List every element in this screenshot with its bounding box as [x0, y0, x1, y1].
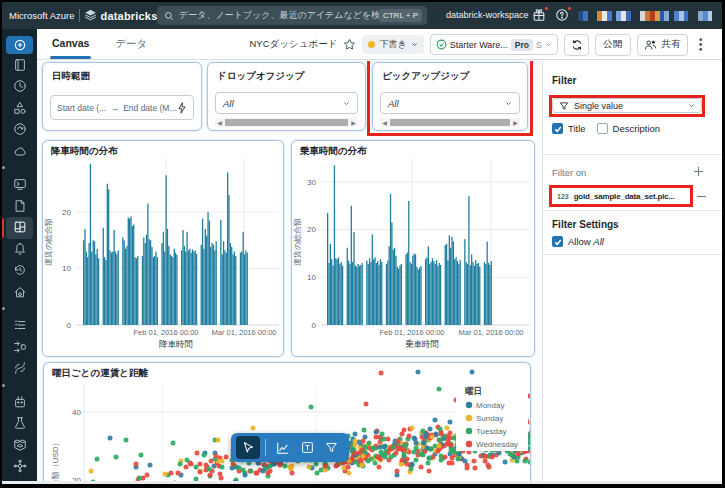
horizontal-scrollbar[interactable]: ◀▶	[215, 118, 358, 127]
chevron-down-icon	[411, 41, 418, 48]
sidebar-separator-dot	[2, 384, 5, 387]
sidebar-item-queries[interactable]	[2, 195, 37, 217]
widget-title: ピックアップジップ	[382, 70, 470, 83]
sidebar-item-models[interactable]	[2, 434, 37, 456]
filter-config-panel: Filter Single value Title Description	[542, 61, 722, 483]
pickup-zip-select[interactable]: All	[380, 92, 520, 114]
remove-field-button[interactable]	[696, 191, 707, 202]
svg-text:運賃の総合額（USD）: 運賃の総合額（USD）	[51, 438, 60, 483]
sidebar-item-recents[interactable]	[2, 76, 37, 98]
dashboards-icon	[13, 220, 27, 234]
widget-dropoff-zip[interactable]: ドロップオフジップ All ◀▶	[207, 62, 366, 131]
widget-chart-pickup-time[interactable]: 乗車時間の分布0102030Feb 01, 2016 00:00Mar 01, …	[291, 140, 535, 357]
filter-on-label: Filter on	[552, 167, 586, 178]
publish-button[interactable]: 公開	[595, 34, 631, 56]
end-date-field[interactable]: End date (M...	[123, 103, 176, 113]
description-checkbox[interactable]	[597, 123, 608, 134]
allow-all-checkbox[interactable]	[552, 236, 563, 247]
pro-badge: Pro	[511, 39, 533, 51]
select-value: Single value	[574, 101, 623, 111]
sidebar-item-experiments[interactable]	[2, 391, 37, 413]
widget-chart-fare-distance[interactable]: 曜日ごとの運賃と距離4020運賃の総合額（USD）曜日MondaySundayT…	[43, 362, 531, 483]
widget-title: 日時範囲	[52, 70, 90, 83]
add-filter-tool[interactable]	[320, 436, 344, 459]
svg-text:運賃の総合額: 運賃の総合額	[44, 218, 53, 266]
dashboard-canvas[interactable]: 日時範囲 Start date (... → End date (M... ドロ…	[37, 61, 542, 483]
pipelines-icon	[13, 361, 27, 375]
notification-dot	[544, 6, 549, 11]
select-cursor-tool[interactable]	[236, 436, 260, 459]
tab-data[interactable]: データ	[113, 29, 149, 60]
svg-text:曜日: 曜日	[465, 386, 482, 396]
dashboard-title[interactable]: NYCダッシュボード	[250, 38, 338, 51]
scroll-left-arrow[interactable]: ◀	[380, 118, 389, 127]
favorite-star-icon[interactable]	[343, 38, 356, 51]
active-tab-underline	[50, 56, 91, 59]
quick-range-bolt-icon[interactable]	[177, 102, 187, 114]
main-area: Canvas データ NYCダッシュボード 下書き Starter Ware..…	[37, 29, 722, 484]
dropoff-zip-select[interactable]: All	[215, 92, 358, 114]
sidebar-item-data-ingestion[interactable]	[2, 336, 37, 358]
funnel-icon	[559, 101, 569, 111]
refresh-button[interactable]	[564, 34, 589, 56]
warehouse-selector[interactable]: Starter Ware... Pro S	[430, 34, 558, 55]
whats-new-gift-icon[interactable]	[532, 8, 547, 23]
title-checkbox-row[interactable]: Title Description	[552, 123, 660, 134]
sidebar-item-job-runs[interactable]	[2, 315, 37, 337]
allow-all-row[interactable]: Allow All	[552, 236, 604, 247]
global-search-input[interactable]: データ、ノートブック、最近のアイテムなどを検索... CTRL + P	[157, 6, 427, 25]
svg-text:乗車時間: 乗車時間	[405, 339, 439, 349]
svg-text:20: 20	[62, 208, 71, 217]
horizontal-scrollbar[interactable]: ◀▶	[380, 118, 520, 127]
sidebar-item-dashboards[interactable]	[2, 217, 37, 239]
svg-text:30: 30	[307, 178, 316, 187]
scroll-right-arrow[interactable]: ▶	[511, 118, 520, 127]
sidebar-item-feature-store[interactable]	[2, 413, 37, 435]
scrollbar-thumb[interactable]	[390, 119, 510, 126]
sidebar-item-workflows[interactable]	[2, 119, 37, 141]
add-field-button[interactable]	[693, 166, 704, 177]
share-button[interactable]: 共有	[637, 34, 688, 56]
sidebar-item-sql-warehouses[interactable]	[2, 281, 37, 303]
help-icon[interactable]	[555, 8, 570, 23]
workspace-icon	[13, 58, 27, 72]
start-date-field[interactable]: Start date (...	[57, 103, 106, 113]
textbox-icon	[301, 441, 314, 454]
tab-canvas[interactable]: Canvas	[50, 29, 91, 60]
draft-status-chip[interactable]: 下書き	[362, 35, 423, 54]
widget-title: ドロップオフジップ	[217, 70, 305, 83]
sidebar-item-pipelines[interactable]	[2, 358, 37, 380]
sidebar-item-serving[interactable]	[2, 456, 37, 478]
filter-field-item[interactable]: 123 gold_sample_data_set.pic...	[557, 188, 683, 204]
scroll-left-arrow[interactable]: ◀	[215, 118, 224, 127]
title-checkbox[interactable]	[552, 123, 563, 134]
scrollbar-thumb[interactable]	[225, 119, 348, 126]
sidebar-item-catalog[interactable]	[2, 97, 37, 119]
date-range-input[interactable]: Start date (... → End date (M...	[50, 95, 194, 120]
sidebar-item-query-history[interactable]	[2, 260, 37, 282]
widget-chart-dropoff-time[interactable]: 降車時間の分布01020Feb 01, 2016 00:00Mar 01, 20…	[42, 140, 284, 357]
warehouse-size: S	[536, 40, 542, 50]
sidebar-item-alerts[interactable]	[2, 238, 37, 260]
svg-text:Mar 01, 2016 00:00: Mar 01, 2016 00:00	[211, 328, 276, 337]
new-button[interactable]	[6, 36, 33, 54]
app-window: Microsoft Azure databricks データ、ノートブック、最近…	[0, 0, 725, 488]
sidebar-item-compute[interactable]	[2, 140, 37, 162]
sidebar-item-sql-editor[interactable]	[2, 174, 37, 196]
numeric-field-icon: 123	[557, 193, 569, 200]
widget-pickup-zip[interactable]: ピックアップジップ All ◀▶	[372, 62, 528, 131]
svg-text:0: 0	[67, 321, 72, 330]
sidebar-item-workspace[interactable]	[2, 54, 37, 76]
filter-type-select[interactable]: Single value	[552, 98, 702, 113]
panel-divider	[543, 210, 722, 211]
kebab-menu[interactable]	[694, 36, 708, 54]
top-bar: Microsoft Azure databricks データ、ノートブック、最近…	[2, 2, 722, 29]
databricks-logo[interactable]: databricks	[84, 9, 157, 22]
add-textbox-tool[interactable]	[295, 436, 319, 459]
workspace-name[interactable]: databrick-workspace	[446, 10, 529, 20]
add-visualization-tool[interactable]	[271, 436, 295, 459]
svg-text:Feb 01, 2016 00:00: Feb 01, 2016 00:00	[133, 328, 198, 337]
refresh-icon	[571, 39, 583, 51]
widget-date-range[interactable]: 日時範囲 Start date (... → End date (M...	[42, 62, 202, 131]
scroll-right-arrow[interactable]: ▶	[349, 118, 358, 127]
